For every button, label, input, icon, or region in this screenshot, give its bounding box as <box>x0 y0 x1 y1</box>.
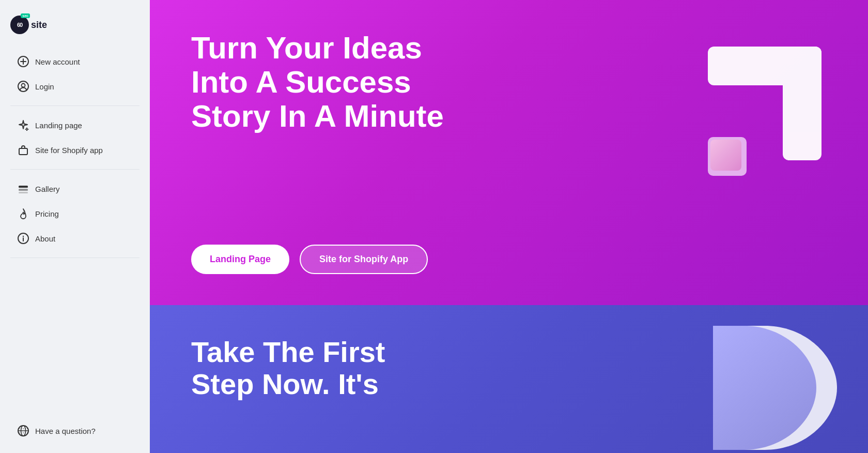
svg-rect-18 <box>783 47 822 160</box>
sidebar-bottom-section: Gallery Pricing About <box>0 177 150 250</box>
sidebar-item-have-question-label: Have a question? <box>35 427 96 435</box>
person-circle-icon <box>18 81 29 92</box>
sidebar-item-shopify-label: Site for Shopify app <box>35 146 103 155</box>
globe-icon <box>18 425 29 436</box>
svg-rect-20 <box>710 140 741 171</box>
svg-rect-6 <box>19 186 28 188</box>
info-circle-icon <box>18 233 29 244</box>
svg-rect-8 <box>19 192 28 193</box>
logo-icon: 60 sec <box>10 16 29 34</box>
landing-page-button[interactable]: Landing Page <box>191 245 289 274</box>
main-content: Turn Your Ideas Into A Success Story In … <box>150 0 868 453</box>
sidebar-item-about-label: About <box>35 234 55 243</box>
hero-buttons: Landing Page Site for Shopify App <box>191 245 827 274</box>
sidebar-middle-section: Landing page Site for Shopify app <box>0 113 150 162</box>
fire-icon <box>18 208 29 219</box>
sidebar-item-new-account-label: New account <box>35 57 80 66</box>
sidebar-divider-1 <box>10 105 140 106</box>
logo[interactable]: 60 sec site <box>10 16 47 34</box>
bag-icon <box>18 144 29 156</box>
sidebar-item-gallery-label: Gallery <box>35 185 60 193</box>
hero-title: Turn Your Ideas Into A Success Story In … <box>191 31 450 133</box>
sidebar-item-landing-page-label: Landing page <box>35 121 82 130</box>
sidebar-item-about[interactable]: About <box>10 226 140 250</box>
sidebar-item-login-label: Login <box>35 82 54 91</box>
svg-rect-7 <box>19 189 28 191</box>
logo-badge: sec <box>21 13 30 18</box>
hero-section: Turn Your Ideas Into A Success Story In … <box>150 0 868 305</box>
arrow-icon <box>656 16 847 209</box>
svg-rect-5 <box>19 148 27 155</box>
sidebar-item-have-question[interactable]: Have a question? <box>10 419 140 443</box>
sidebar-item-shopify-app[interactable]: Site for Shopify app <box>10 138 140 162</box>
sidebar-footer-section: Have a question? <box>0 419 150 443</box>
svg-point-4 <box>22 84 25 87</box>
sidebar: 60 sec site New account <box>0 0 150 453</box>
logo-area: 60 sec site <box>0 10 150 50</box>
svg-point-11 <box>23 236 24 237</box>
sparkle-icon <box>18 119 29 131</box>
sidebar-item-new-account[interactable]: New account <box>10 50 140 73</box>
second-section: Take The First Step Now. It's <box>150 305 868 453</box>
sidebar-item-login[interactable]: Login <box>10 74 140 98</box>
shopify-app-button[interactable]: Site for Shopify App <box>300 245 428 274</box>
sidebar-item-landing-page[interactable]: Landing page <box>10 113 140 137</box>
logo-text: site <box>31 20 47 31</box>
plus-circle-icon <box>18 56 29 67</box>
layers-icon <box>18 183 29 194</box>
sidebar-divider-3 <box>10 258 140 258</box>
second-section-title: Take The First Step Now. It's <box>191 336 450 400</box>
sidebar-item-pricing[interactable]: Pricing <box>10 202 140 225</box>
sidebar-item-pricing-label: Pricing <box>35 209 59 218</box>
sidebar-top-section: New account Login <box>0 50 150 98</box>
circle-shape-icon <box>682 315 837 450</box>
sidebar-divider-2 <box>10 169 140 170</box>
sidebar-item-gallery[interactable]: Gallery <box>10 177 140 201</box>
